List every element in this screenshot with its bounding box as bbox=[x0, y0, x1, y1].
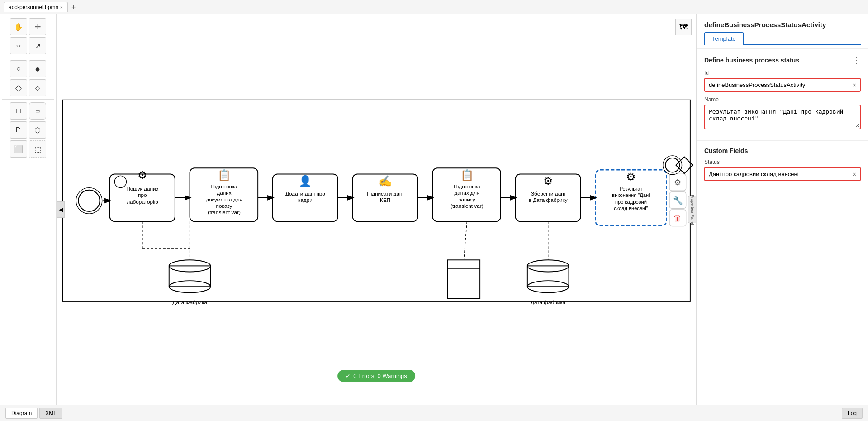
log-button[interactable]: Log bbox=[842, 408, 863, 419]
section-header: Define business process status ⋮ bbox=[704, 55, 861, 65]
svg-rect-56 bbox=[527, 266, 569, 287]
circle-tool-button[interactable]: ○ bbox=[10, 60, 27, 77]
id-label: Id bbox=[704, 70, 861, 76]
properties-tabs: Template bbox=[704, 32, 861, 45]
id-field-group: Id × bbox=[704, 70, 861, 92]
status-text: 0 Errors, 0 Warnings bbox=[353, 373, 407, 379]
svg-rect-48 bbox=[169, 266, 211, 287]
diagram-tab[interactable]: add-personnel.bpmn × bbox=[4, 2, 68, 12]
id-input-wrap: × bbox=[704, 78, 861, 92]
dotted-rect-tool-button[interactable]: ⬚ bbox=[29, 140, 46, 158]
svg-point-4 bbox=[114, 176, 126, 187]
small-diamond-tool-button[interactable]: ◇ bbox=[29, 79, 46, 96]
doc-tool-button[interactable]: 🗋 bbox=[10, 121, 27, 139]
svg-text:📋: 📋 bbox=[218, 169, 231, 182]
define-bp-status-section: Define business process status ⋮ Id × Na… bbox=[697, 49, 868, 141]
svg-point-2 bbox=[76, 188, 102, 214]
toolbar-row-4: ◇ ◇ bbox=[10, 79, 46, 96]
toolbar-divider-1 bbox=[2, 57, 54, 57]
diamond-tool-button[interactable]: ◇ bbox=[10, 79, 27, 96]
svg-text:Пошук даних: Пошук даних bbox=[126, 186, 158, 191]
section-menu-icon[interactable]: ⋮ bbox=[853, 55, 861, 65]
svg-text:⚙: ⚙ bbox=[674, 177, 681, 187]
svg-line-54 bbox=[464, 221, 467, 258]
svg-point-1 bbox=[78, 190, 100, 211]
hand-tool-button[interactable]: ✋ bbox=[10, 18, 27, 35]
svg-text:✍: ✍ bbox=[379, 175, 392, 187]
diagonal-tool-button[interactable]: ↗ bbox=[29, 37, 46, 54]
properties-panel: defineBusinessProcessStatusActivity Temp… bbox=[696, 14, 868, 405]
svg-text:(transient var): (transient var) bbox=[208, 209, 241, 215]
status-badge: ✓ 0 Errors, 0 Warnings bbox=[337, 370, 415, 382]
properties-panel-toggle[interactable]: Properties Panel bbox=[688, 196, 696, 223]
svg-text:про кадровий: про кадровий bbox=[615, 199, 647, 205]
toolbar-row-3: ○ ● bbox=[10, 60, 46, 77]
tab-label: add-personnel.bpmn bbox=[9, 4, 58, 10]
bottom-tabs: Diagram XML bbox=[5, 408, 62, 419]
custom-fields-section: Custom Fields Status × bbox=[697, 141, 868, 192]
custom-fields-title: Custom Fields bbox=[704, 147, 861, 154]
diagram-container: ⚙ Пошук даних про лабораторію 📋 Підготов… bbox=[57, 14, 696, 405]
template-tab[interactable]: Template bbox=[704, 32, 744, 45]
svg-point-68 bbox=[665, 158, 679, 172]
id-input[interactable] bbox=[705, 79, 849, 91]
svg-text:⚙: ⚙ bbox=[138, 169, 147, 181]
name-textarea-wrap: Результат виконання "Дані про кадровий с… bbox=[704, 105, 861, 129]
svg-text:👤: 👤 bbox=[299, 175, 312, 187]
properties-title: defineBusinessProcessStatusActivity bbox=[704, 21, 861, 29]
svg-text:запису: запису bbox=[459, 196, 475, 202]
large-rect-tool-button[interactable]: ⬜ bbox=[10, 140, 27, 158]
tab-close-icon[interactable]: × bbox=[60, 5, 63, 10]
status-field-group: Status × bbox=[704, 159, 861, 181]
add-tab-button[interactable]: + bbox=[70, 3, 77, 11]
rounded-rect-tool-button[interactable]: ▭ bbox=[29, 102, 46, 120]
database-tool-button[interactable]: ⬡ bbox=[29, 121, 46, 139]
status-label: Status bbox=[704, 159, 861, 165]
filled-circle-tool-button[interactable]: ● bbox=[29, 60, 46, 77]
svg-text:кадри: кадри bbox=[298, 197, 313, 203]
svg-text:Зберегти дані: Зберегти дані bbox=[531, 191, 565, 196]
svg-text:в Дата фабрику: в Дата фабрику bbox=[529, 197, 568, 203]
create-tool-button[interactable]: ✛ bbox=[29, 18, 46, 35]
left-right-tool-button[interactable]: ↔ bbox=[10, 37, 27, 54]
diagram-bottom-tab[interactable]: Diagram bbox=[5, 408, 38, 419]
svg-text:⚙: ⚙ bbox=[626, 171, 636, 183]
svg-text:🔧: 🔧 bbox=[673, 196, 683, 206]
rect-tool-button[interactable]: □ bbox=[10, 102, 27, 120]
svg-text:виконання "Дані: виконання "Дані bbox=[612, 193, 650, 198]
svg-text:КЕП: КЕП bbox=[380, 197, 390, 203]
toolbar-row-1: ✋ ✛ bbox=[10, 18, 46, 35]
id-clear-icon[interactable]: × bbox=[849, 81, 860, 89]
status-icon: ✓ bbox=[346, 373, 351, 379]
svg-rect-52 bbox=[447, 260, 480, 298]
svg-text:Підписати дані: Підписати дані bbox=[367, 191, 403, 196]
svg-text:лабораторію: лабораторію bbox=[127, 199, 158, 205]
xml-bottom-tab[interactable]: XML bbox=[39, 408, 62, 419]
status-clear-icon[interactable]: × bbox=[849, 171, 860, 178]
minimap-icon[interactable]: 🗺 bbox=[675, 19, 692, 35]
toolbar-row-6: 🗋 ⬡ bbox=[10, 121, 46, 139]
svg-text:Додати дані про: Додати дані про bbox=[285, 191, 325, 196]
svg-text:документа для: документа для bbox=[206, 196, 242, 202]
toolbar-divider-2 bbox=[2, 99, 54, 100]
toolbar-row-7: ⬜ ⬚ bbox=[10, 140, 46, 158]
svg-text:даних для: даних для bbox=[454, 190, 479, 196]
svg-text:📋: 📋 bbox=[460, 169, 474, 182]
tab-bar: add-personnel.bpmn × + bbox=[0, 0, 868, 14]
svg-text:склад внесені": склад внесені" bbox=[614, 206, 648, 211]
name-textarea[interactable]: Результат виконання "Дані про кадровий с… bbox=[705, 105, 860, 127]
canvas-area: ⚙ Пошук даних про лабораторію 📋 Підготов… bbox=[57, 14, 696, 405]
svg-text:Підготовка: Підготовка bbox=[211, 183, 237, 189]
main-area: ✋ ✛ ↔ ↗ ○ ● ◇ ◇ □ ▭ 🗋 ⬡ ⬜ ⬚ bbox=[0, 14, 868, 405]
svg-text:про: про bbox=[138, 192, 147, 198]
svg-text:🗑: 🗑 bbox=[674, 213, 682, 223]
svg-text:показу: показу bbox=[216, 203, 232, 209]
bottom-bar: Diagram XML Log bbox=[0, 405, 868, 421]
svg-text:Результат: Результат bbox=[620, 186, 643, 191]
left-toolbar: ✋ ✛ ↔ ↗ ○ ● ◇ ◇ □ ▭ 🗋 ⬡ ⬜ ⬚ bbox=[0, 14, 57, 405]
left-nav-arrow[interactable]: ◀ bbox=[57, 201, 65, 218]
properties-header: defineBusinessProcessStatusActivity Temp… bbox=[697, 14, 868, 49]
svg-text:Дата фабрика: Дата фабрика bbox=[531, 299, 566, 305]
name-field-group: Name Результат виконання "Дані про кадро… bbox=[704, 96, 861, 129]
status-input[interactable] bbox=[705, 168, 849, 180]
